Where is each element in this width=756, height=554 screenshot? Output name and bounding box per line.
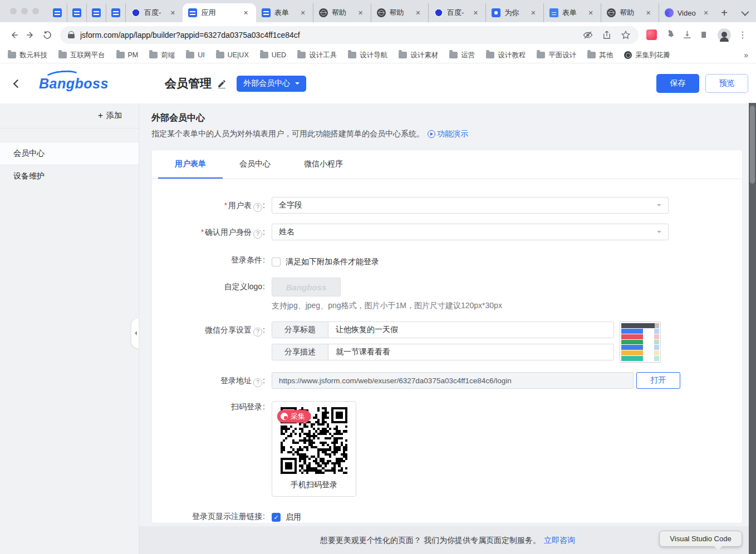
custom-logo-row: 自定义logo Bangboss 支持jpg、jpeg、png格式，图片小于1M… [152,278,742,311]
address-bar[interactable]: jsform.com/app/lapp/builder?appid=6327da… [60,26,639,44]
bookmark-item[interactable]: PM [116,51,139,59]
bookmark-item[interactable]: UED [260,51,286,59]
share-title-input[interactable]: 让他恢复的一天假 [328,322,613,338]
bookmark-item[interactable]: 设计素材 [399,51,438,60]
huaban-capture-badge[interactable]: 采集 [277,410,311,423]
browser-tab[interactable]: 帮助 [601,3,658,22]
help-icon[interactable] [253,328,262,337]
bookmark-item[interactable]: 设计教程 [486,51,526,60]
folder-icon [348,52,356,58]
qr-login-row: 扫码登录 手机扫码登录 采集 [152,401,742,497]
extensions-puzzle-icon[interactable] [664,29,675,40]
close-icon[interactable] [414,8,423,17]
bookmark-item[interactable]: 设计工具 [297,51,337,60]
minimize-window-button[interactable] [21,8,28,14]
user-table-select[interactable]: 全字段 [272,197,669,214]
consult-link[interactable]: 立即咨询 [544,536,575,546]
close-icon[interactable] [471,8,480,17]
browser-tab[interactable]: 表单 [543,3,601,22]
eye-off-icon[interactable] [583,30,593,40]
card-tab[interactable]: 微信小程序 [287,150,360,179]
bookmark-label: PM [128,51,139,59]
close-icon[interactable] [701,8,710,17]
help-icon[interactable] [253,230,262,239]
form-app-icon [188,8,197,17]
new-tab-button[interactable] [716,3,733,22]
browser-tab[interactable]: Video [659,3,716,22]
bookmark-item[interactable]: 数元科技 [8,51,47,60]
browser-tab[interactable]: 表单 [256,3,313,22]
bookmark-item[interactable]: 设计导航 [348,51,387,60]
pinned-tab[interactable] [86,3,106,22]
bookmark-item[interactable]: UE|UX [216,51,249,59]
back-chevron-icon[interactable] [10,76,24,91]
login-condition-checkbox[interactable] [272,258,281,266]
open-url-button[interactable]: 打开 [636,372,680,389]
qr-caption: 手机扫码登录 [291,480,337,490]
help-icon[interactable] [253,203,262,212]
bookmark-item[interactable]: 其他 [587,51,613,60]
huaban-extension-icon[interactable] [646,29,657,40]
help-app-icon [492,8,500,17]
login-url-input[interactable]: https://www.jsform.com/web/exuser/6327da… [272,372,634,389]
preview-button[interactable]: 预览 [705,74,748,93]
pinned-tab[interactable] [67,3,86,22]
url-text[interactable]: jsform.com/app/lapp/builder?appid=6327da… [80,31,300,39]
bookmark-item[interactable]: 采集到花瓣 [624,51,670,60]
register-link-checkbox[interactable] [272,513,281,522]
close-icon[interactable] [586,8,595,17]
sidebar-collapse-handle[interactable] [131,318,139,349]
card-tab[interactable]: 用户表单 [158,150,223,179]
side-panel-icon[interactable] [700,29,710,40]
browser-tab[interactable]: 帮助 [371,3,428,22]
sidebar-item[interactable]: 会员中心 [0,142,139,165]
folder-icon [216,52,224,58]
help-icon[interactable] [253,378,262,387]
close-icon[interactable] [298,8,307,17]
downloads-icon[interactable] [682,29,693,40]
back-button[interactable] [6,27,22,43]
tab-strip: 百度- 应用 表单 帮助 帮助 [125,3,716,22]
identity-select[interactable]: 姓名 [272,224,669,240]
browser-tab[interactable]: 百度- [125,3,183,22]
browser-tab[interactable]: 百度- [428,3,485,22]
browser-tab[interactable]: 应用 [183,3,256,22]
bookmark-item[interactable]: UI [186,51,205,59]
zoom-window-button[interactable] [32,8,39,14]
app-switcher-button[interactable]: 外部会员中心 [237,76,306,92]
feature-demo-link[interactable]: 功能演示 [428,129,468,139]
profile-avatar[interactable] [718,28,731,42]
share-icon[interactable] [602,30,612,40]
save-button[interactable]: 保存 [656,74,699,93]
bookmark-star-icon[interactable] [621,30,631,40]
close-icon[interactable] [644,8,653,17]
pinned-tab[interactable] [106,3,125,22]
edit-pencil-icon[interactable] [217,79,227,88]
bookmark-item[interactable]: 前端 [149,51,175,60]
page-scrollbar[interactable] [749,103,756,554]
share-thumbnail[interactable] [620,321,661,363]
logo-upload-preview[interactable]: Bangboss [272,278,341,296]
browser-tab[interactable]: 帮助 [313,3,370,22]
bookmark-item[interactable]: 平面设计 [537,51,576,60]
bookmark-item[interactable]: 互联网平台 [58,51,105,60]
share-desc-input[interactable]: 就一节课看看看 [328,344,613,360]
bookmark-label: 设计导航 [360,51,387,60]
browser-menu-icon[interactable] [738,31,747,39]
forward-button[interactable] [22,27,39,43]
close-icon[interactable] [168,8,177,17]
bookmarks-overflow-icon[interactable] [744,51,748,60]
bookmark-item[interactable]: 运营 [449,51,475,60]
sidebar-item[interactable]: 设备维护 [0,165,139,187]
close-icon[interactable] [529,8,538,17]
pinned-tab[interactable] [48,3,67,22]
close-icon[interactable] [242,8,251,17]
close-window-button[interactable] [10,8,17,14]
close-icon[interactable] [356,8,365,17]
baidu-paw-icon [434,8,443,17]
add-page-button[interactable]: 添加 [0,103,139,128]
reload-button[interactable] [39,27,56,43]
browser-tab[interactable]: 为你 [485,3,543,22]
tab-search-chevron-icon[interactable] [733,3,756,22]
card-tab[interactable]: 会员中心 [223,150,287,179]
